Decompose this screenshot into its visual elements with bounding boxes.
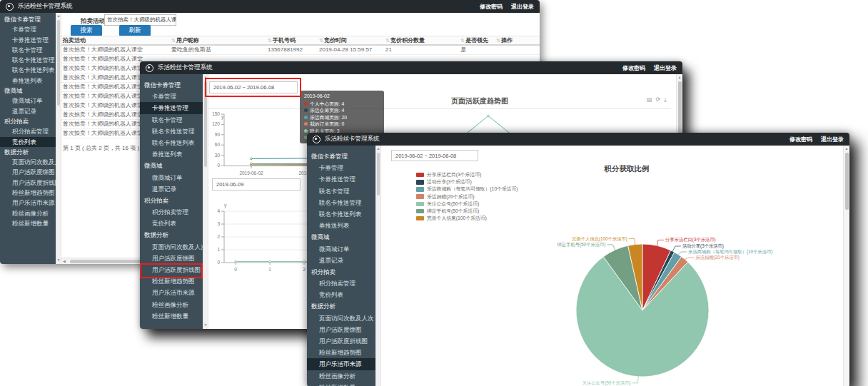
sidebar-item[interactable]: 页面访问次数及人次 xyxy=(140,241,203,253)
content-scrollbar[interactable]: ▲ ▼ xyxy=(203,74,208,329)
date-range-input[interactable]: 2019-06-02 ~ 2019-06-08 xyxy=(209,81,298,93)
column-header[interactable]: ⇅用户昵称 xyxy=(170,36,266,44)
sidebar-item[interactable]: 联名卡管理 xyxy=(307,186,375,197)
table-cell: 是 xyxy=(459,46,495,54)
sidebar-item[interactable]: 联名卡推送列表 xyxy=(0,65,56,75)
scroll-up-icon[interactable]: ▲ xyxy=(677,74,682,80)
download-icon[interactable]: ⤓ xyxy=(664,96,667,103)
logout-link[interactable]: 退出登录 xyxy=(511,3,534,11)
scroll-left-icon[interactable]: ◀ xyxy=(61,258,67,265)
scrollbar-thumb[interactable] xyxy=(377,153,380,195)
sidebar-item[interactable]: 页面访问次数及人次 xyxy=(307,313,375,324)
change-password-link[interactable]: 修改密码 xyxy=(622,64,645,72)
sidebar-item[interactable]: 联名卡推送管理 xyxy=(140,126,203,137)
auction-activity-select[interactable]: 首次拍卖！大师级的机器人课堂 ▾ xyxy=(104,14,176,26)
date-input[interactable]: 2019-06-09 xyxy=(212,178,301,191)
sidebar-item[interactable]: 联名卡推送列表 xyxy=(140,137,203,148)
sidebar-item[interactable]: 用户乐活币来源 xyxy=(0,198,56,208)
sidebar-item[interactable]: 竞价列表 xyxy=(307,289,375,300)
scroll-down-icon[interactable]: ▼ xyxy=(203,322,208,327)
column-header[interactable]: ⇅手机号码 xyxy=(266,36,318,44)
scrollbar-thumb[interactable] xyxy=(845,153,849,210)
sidebar-item[interactable]: 卡券管理 xyxy=(0,24,56,34)
sidebar-item[interactable]: 卡券管理 xyxy=(140,91,203,102)
chart-shape xyxy=(251,163,253,165)
content-scrollbar[interactable]: ▲ ▼ xyxy=(56,13,61,264)
scroll-up-icon[interactable]: ▲ xyxy=(376,146,380,151)
change-password-link[interactable]: 修改密码 xyxy=(789,136,812,143)
scroll-up-icon[interactable]: ▲ xyxy=(56,13,61,19)
scrollbar-thumb[interactable] xyxy=(57,20,60,106)
points-pie-chart: 分享乐活栏目(3个乐活币)活动分享(3个乐活币)乐活商城购（每笔均可领取）(10… xyxy=(381,160,849,386)
change-password-link[interactable]: 修改密码 xyxy=(480,3,503,11)
logout-link[interactable]: 退出登录 xyxy=(654,64,677,72)
sidebar-item[interactable]: 联名卡推送管理 xyxy=(0,55,56,65)
logout-link[interactable]: 退出登录 xyxy=(821,136,844,143)
sidebar-item[interactable]: 联名卡推送列表 xyxy=(307,208,375,220)
sidebar-item[interactable]: 积分拍卖管理 xyxy=(307,278,375,289)
sidebar-item[interactable]: 联名卡推送管理 xyxy=(307,197,375,208)
sidebar-item[interactable]: 卡券推送管理 xyxy=(140,102,203,113)
sidebar-item[interactable]: 粉丝新增趋势图 xyxy=(0,188,56,198)
column-header[interactable]: 拍卖活动 xyxy=(61,36,170,44)
sidebar-item[interactable]: 卡券推送管理 xyxy=(0,35,56,45)
pie-callout-label: 乐活捐赠(20个乐活币) xyxy=(695,255,740,260)
sidebar-item[interactable]: 用户乐活币来源 xyxy=(307,358,375,370)
sidebar-item[interactable]: 粉丝新增趋势图 xyxy=(140,275,203,287)
sidebar-item[interactable]: 退票记录 xyxy=(0,106,56,116)
sidebar-item[interactable]: 用户活跃度饼图 xyxy=(307,324,375,335)
list-icon[interactable]: ▤ xyxy=(647,96,652,103)
sidebar-item[interactable]: 退票记录 xyxy=(140,183,203,195)
column-header[interactable]: ⇅是否领先 xyxy=(459,36,495,44)
scrollbar-thumb[interactable] xyxy=(678,81,682,138)
sidebar-item[interactable]: 粉丝新增数量 xyxy=(0,218,56,228)
sidebar-item[interactable]: 粉丝画像分析 xyxy=(140,299,203,310)
sidebar-item[interactable]: 积分拍卖管理 xyxy=(140,206,203,218)
sidebar-item[interactable]: 联名卡管理 xyxy=(0,45,56,55)
sidebar-item[interactable]: 用户乐活币来源 xyxy=(140,287,203,298)
window-scrollbar[interactable]: ▲ xyxy=(843,146,849,386)
search-button[interactable]: 搜索 xyxy=(71,25,102,36)
chart-shape xyxy=(251,158,253,160)
scrollbar-thumb[interactable] xyxy=(204,81,207,167)
chart-text: y xyxy=(224,203,227,208)
column-header[interactable]: ⇅竞价时间 xyxy=(318,36,384,44)
sidebar-item[interactable]: 粉丝新增数量 xyxy=(307,382,375,386)
sidebar-item[interactable]: 粉丝画像分析 xyxy=(0,208,56,218)
sidebar-item[interactable]: 积分拍卖管理 xyxy=(0,126,56,136)
scroll-down-icon[interactable]: ▼ xyxy=(56,257,61,263)
sidebar-item[interactable]: 竞价列表 xyxy=(140,218,203,229)
sidebar-item[interactable]: 卡券管理 xyxy=(307,162,375,173)
sidebar-item[interactable]: 用户活跃度折线图 xyxy=(307,335,375,347)
content-scrollbar[interactable]: ▲ xyxy=(375,146,381,386)
sidebar-item[interactable]: 券推送列表 xyxy=(0,76,56,86)
scroll-up-icon[interactable]: ▲ xyxy=(844,146,849,151)
sidebar-item[interactable]: 粉丝新增数量 xyxy=(140,310,203,322)
sidebar-item[interactable]: 微商城订单 xyxy=(140,172,203,183)
sidebar-item[interactable]: 用户活跃度饼图 xyxy=(140,253,203,264)
sidebar-item[interactable]: 用户活跃度折线图 xyxy=(0,178,56,188)
sidebar-item[interactable]: 微商城订单 xyxy=(307,243,375,255)
sidebar-item[interactable]: 竞价列表 xyxy=(0,137,56,147)
column-header[interactable]: ⇅操作 xyxy=(495,36,540,44)
refresh-icon[interactable]: ⟳ xyxy=(656,96,661,103)
sidebar-item[interactable]: 粉丝新增趋势图 xyxy=(307,347,375,358)
sidebar-item[interactable]: 粉丝画像分析 xyxy=(307,370,375,382)
sidebar-item[interactable]: 卡券推送管理 xyxy=(307,173,375,185)
chart-shape xyxy=(677,252,687,255)
sidebar-item[interactable]: 用户活跃度饼图 xyxy=(0,167,56,177)
sidebar-item[interactable]: 用户活跃度折线图 xyxy=(140,264,203,275)
column-header[interactable]: ⇅竞价积分数量 xyxy=(384,36,459,44)
sidebar-item[interactable]: 券推送列表 xyxy=(140,148,203,160)
chart-text: 4 xyxy=(217,208,220,213)
sidebar-item[interactable]: 券推送列表 xyxy=(307,220,375,231)
sidebar-item[interactable]: 微商城订单 xyxy=(0,96,56,106)
sidebar-section-header: 积分拍卖 xyxy=(0,116,56,126)
refresh-button[interactable]: 刷新 xyxy=(119,25,151,36)
sidebar-item[interactable]: 联名卡管理 xyxy=(140,114,203,126)
sidebar-item[interactable]: 页面访问次数及人次 xyxy=(0,157,56,167)
table-row[interactable]: 首次拍卖！大师级的机器人课堂爱吃鱼的兔斯基135678819922019-04-… xyxy=(61,46,540,55)
scroll-up-icon[interactable]: ▲ xyxy=(203,74,208,80)
sidebar-item[interactable]: 退票记录 xyxy=(307,255,375,266)
sidebar-section-header: 数据分析 xyxy=(140,229,203,240)
